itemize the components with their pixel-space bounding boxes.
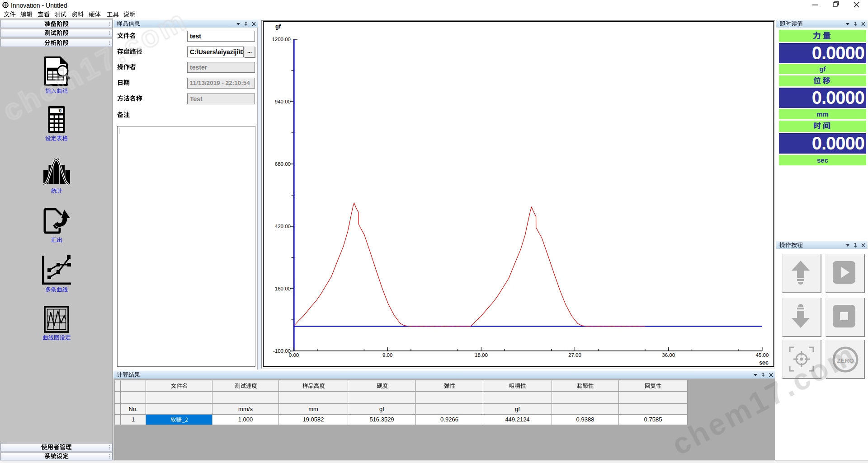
svg-text:1200.00: 1200.00 [272, 37, 291, 42]
svg-text:940.00: 940.00 [275, 99, 291, 104]
svg-text:45.00: 45.00 [756, 352, 769, 358]
svg-text:420.00: 420.00 [275, 224, 291, 229]
svg-text:sec: sec [759, 360, 769, 366]
svg-text:0: 0 [59, 108, 61, 113]
svg-text:-100.00: -100.00 [273, 348, 291, 354]
svg-text:36.00: 36.00 [662, 352, 675, 358]
svg-text:18.00: 18.00 [475, 352, 488, 358]
svg-text:9.00: 9.00 [382, 352, 392, 358]
svg-text:27.00: 27.00 [568, 352, 581, 358]
svg-text:680.00: 680.00 [275, 161, 291, 167]
svg-text:0.00: 0.00 [289, 352, 299, 358]
svg-text:160.00: 160.00 [275, 286, 291, 291]
svg-text:gf: gf [275, 23, 281, 30]
